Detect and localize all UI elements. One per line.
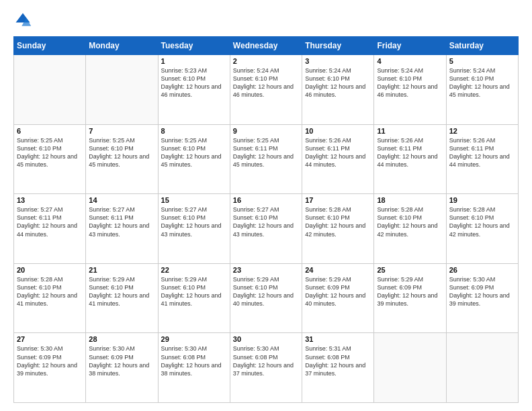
day-number: 22 — [161, 266, 227, 274]
day-info: Sunrise: 5:25 AM Sunset: 6:10 PM Dayligh… — [17, 136, 83, 169]
day-cell: 31Sunrise: 5:31 AM Sunset: 6:08 PM Dayli… — [302, 333, 374, 403]
logo-icon — [13, 11, 32, 30]
day-number: 11 — [377, 127, 443, 135]
day-cell: 13Sunrise: 5:27 AM Sunset: 6:11 PM Dayli… — [14, 194, 86, 264]
header — [13, 11, 519, 30]
day-number: 3 — [305, 57, 371, 65]
day-number: 4 — [377, 57, 443, 65]
weekday-header-thursday: Thursday — [302, 37, 374, 55]
day-info: Sunrise: 5:28 AM Sunset: 6:10 PM Dayligh… — [377, 205, 443, 238]
day-number: 25 — [377, 266, 443, 274]
day-info: Sunrise: 5:27 AM Sunset: 6:10 PM Dayligh… — [233, 205, 299, 238]
day-info: Sunrise: 5:26 AM Sunset: 6:11 PM Dayligh… — [377, 136, 443, 169]
day-info: Sunrise: 5:24 AM Sunset: 6:10 PM Dayligh… — [377, 66, 443, 99]
day-info: Sunrise: 5:28 AM Sunset: 6:10 PM Dayligh… — [305, 205, 371, 238]
day-cell: 27Sunrise: 5:30 AM Sunset: 6:09 PM Dayli… — [14, 333, 86, 403]
day-info: Sunrise: 5:30 AM Sunset: 6:09 PM Dayligh… — [89, 345, 154, 377]
day-number: 30 — [233, 335, 299, 343]
day-number: 24 — [305, 266, 371, 274]
day-cell: 24Sunrise: 5:29 AM Sunset: 6:09 PM Dayli… — [302, 263, 374, 333]
day-number: 6 — [17, 127, 83, 135]
week-row-5: 27Sunrise: 5:30 AM Sunset: 6:09 PM Dayli… — [14, 333, 519, 403]
day-cell: 20Sunrise: 5:28 AM Sunset: 6:10 PM Dayli… — [14, 263, 86, 333]
day-info: Sunrise: 5:26 AM Sunset: 6:11 PM Dayligh… — [449, 136, 515, 169]
day-info: Sunrise: 5:24 AM Sunset: 6:10 PM Dayligh… — [233, 66, 299, 99]
day-cell: 8Sunrise: 5:25 AM Sunset: 6:10 PM Daylig… — [158, 124, 230, 194]
day-cell: 16Sunrise: 5:27 AM Sunset: 6:10 PM Dayli… — [230, 194, 302, 264]
day-info: Sunrise: 5:29 AM Sunset: 6:09 PM Dayligh… — [305, 275, 371, 308]
day-number: 27 — [17, 335, 83, 343]
day-cell: 6Sunrise: 5:25 AM Sunset: 6:10 PM Daylig… — [14, 124, 86, 194]
day-cell: 23Sunrise: 5:29 AM Sunset: 6:10 PM Dayli… — [230, 263, 302, 333]
weekday-header-friday: Friday — [374, 37, 446, 55]
day-info: Sunrise: 5:29 AM Sunset: 6:10 PM Dayligh… — [89, 275, 154, 308]
day-info: Sunrise: 5:27 AM Sunset: 6:11 PM Dayligh… — [17, 205, 83, 238]
week-row-1: 1Sunrise: 5:23 AM Sunset: 6:10 PM Daylig… — [14, 55, 519, 125]
day-number: 13 — [17, 196, 83, 204]
day-info: Sunrise: 5:26 AM Sunset: 6:11 PM Dayligh… — [305, 136, 371, 169]
day-info: Sunrise: 5:29 AM Sunset: 6:10 PM Dayligh… — [233, 275, 299, 308]
day-cell: 2Sunrise: 5:24 AM Sunset: 6:10 PM Daylig… — [230, 55, 302, 125]
day-cell: 21Sunrise: 5:29 AM Sunset: 6:10 PM Dayli… — [86, 263, 158, 333]
weekday-header-row: SundayMondayTuesdayWednesdayThursdayFrid… — [14, 37, 519, 55]
day-cell: 5Sunrise: 5:24 AM Sunset: 6:10 PM Daylig… — [446, 55, 518, 125]
weekday-header-tuesday: Tuesday — [158, 37, 230, 55]
day-cell: 17Sunrise: 5:28 AM Sunset: 6:10 PM Dayli… — [302, 194, 374, 264]
week-row-3: 13Sunrise: 5:27 AM Sunset: 6:11 PM Dayli… — [14, 194, 519, 264]
day-cell — [14, 55, 86, 125]
day-cell: 7Sunrise: 5:25 AM Sunset: 6:10 PM Daylig… — [86, 124, 158, 194]
day-cell: 30Sunrise: 5:30 AM Sunset: 6:08 PM Dayli… — [230, 333, 302, 403]
week-row-2: 6Sunrise: 5:25 AM Sunset: 6:10 PM Daylig… — [14, 124, 519, 194]
day-info: Sunrise: 5:27 AM Sunset: 6:11 PM Dayligh… — [89, 205, 154, 238]
day-number: 5 — [449, 57, 515, 65]
day-info: Sunrise: 5:24 AM Sunset: 6:10 PM Dayligh… — [449, 66, 515, 99]
day-number: 17 — [305, 196, 371, 204]
day-cell — [86, 55, 158, 125]
day-number: 16 — [233, 196, 299, 204]
day-number: 21 — [89, 266, 154, 274]
day-cell: 26Sunrise: 5:30 AM Sunset: 6:09 PM Dayli… — [446, 263, 518, 333]
day-info: Sunrise: 5:25 AM Sunset: 6:10 PM Dayligh… — [89, 136, 154, 169]
day-cell: 3Sunrise: 5:24 AM Sunset: 6:10 PM Daylig… — [302, 55, 374, 125]
day-number: 12 — [449, 127, 515, 135]
day-info: Sunrise: 5:25 AM Sunset: 6:11 PM Dayligh… — [233, 136, 299, 169]
weekday-header-saturday: Saturday — [446, 37, 518, 55]
day-cell: 28Sunrise: 5:30 AM Sunset: 6:09 PM Dayli… — [86, 333, 158, 403]
day-number: 31 — [305, 335, 371, 343]
day-number: 8 — [161, 127, 227, 135]
day-info: Sunrise: 5:29 AM Sunset: 6:09 PM Dayligh… — [377, 275, 443, 308]
day-number: 1 — [161, 57, 227, 65]
day-number: 7 — [89, 127, 154, 135]
day-number: 29 — [161, 335, 227, 343]
day-info: Sunrise: 5:31 AM Sunset: 6:08 PM Dayligh… — [305, 345, 371, 377]
weekday-header-monday: Monday — [86, 37, 158, 55]
day-info: Sunrise: 5:25 AM Sunset: 6:10 PM Dayligh… — [161, 136, 227, 169]
day-number: 9 — [233, 127, 299, 135]
day-number: 14 — [89, 196, 154, 204]
day-number: 2 — [233, 57, 299, 65]
calendar-table: SundayMondayTuesdayWednesdayThursdayFrid… — [13, 36, 519, 403]
day-info: Sunrise: 5:23 AM Sunset: 6:10 PM Dayligh… — [161, 66, 227, 99]
logo — [13, 11, 35, 30]
page: SundayMondayTuesdayWednesdayThursdayFrid… — [0, 0, 532, 411]
day-info: Sunrise: 5:30 AM Sunset: 6:09 PM Dayligh… — [17, 345, 83, 377]
day-cell: 14Sunrise: 5:27 AM Sunset: 6:11 PM Dayli… — [86, 194, 158, 264]
day-number: 23 — [233, 266, 299, 274]
day-cell: 11Sunrise: 5:26 AM Sunset: 6:11 PM Dayli… — [374, 124, 446, 194]
day-number: 15 — [161, 196, 227, 204]
day-number: 19 — [449, 196, 515, 204]
weekday-header-wednesday: Wednesday — [230, 37, 302, 55]
day-number: 10 — [305, 127, 371, 135]
day-cell: 18Sunrise: 5:28 AM Sunset: 6:10 PM Dayli… — [374, 194, 446, 264]
day-cell — [446, 333, 518, 403]
day-cell: 1Sunrise: 5:23 AM Sunset: 6:10 PM Daylig… — [158, 55, 230, 125]
day-cell: 9Sunrise: 5:25 AM Sunset: 6:11 PM Daylig… — [230, 124, 302, 194]
day-info: Sunrise: 5:28 AM Sunset: 6:10 PM Dayligh… — [449, 205, 515, 238]
day-cell: 25Sunrise: 5:29 AM Sunset: 6:09 PM Dayli… — [374, 263, 446, 333]
day-info: Sunrise: 5:30 AM Sunset: 6:08 PM Dayligh… — [161, 345, 227, 377]
day-info: Sunrise: 5:30 AM Sunset: 6:08 PM Dayligh… — [233, 345, 299, 377]
day-number: 18 — [377, 196, 443, 204]
day-cell: 15Sunrise: 5:27 AM Sunset: 6:10 PM Dayli… — [158, 194, 230, 264]
day-cell: 22Sunrise: 5:29 AM Sunset: 6:10 PM Dayli… — [158, 263, 230, 333]
day-info: Sunrise: 5:24 AM Sunset: 6:10 PM Dayligh… — [305, 66, 371, 99]
